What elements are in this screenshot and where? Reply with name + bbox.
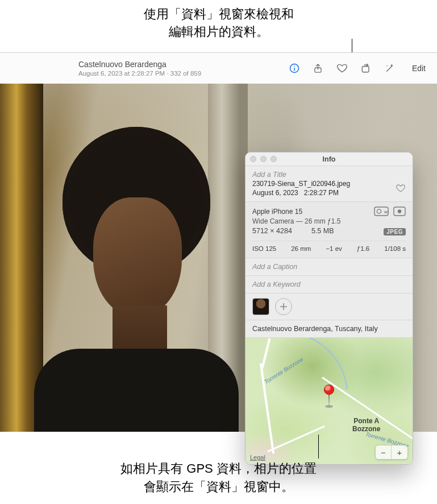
format-badge: JPEG xyxy=(384,228,406,236)
map-zoom-out-button[interactable]: − xyxy=(376,445,392,459)
svg-point-10 xyxy=(398,209,401,213)
svg-rect-4 xyxy=(362,67,369,72)
svg-text:WB: WB xyxy=(384,210,389,214)
info-date: August 6, 2023 xyxy=(252,189,298,197)
exif-aperture: ƒ1.6 xyxy=(357,245,369,252)
keyword-section: Add a Keyword xyxy=(245,276,413,294)
toolbar-subtitle: August 6, 2023 at 2:28:27 PM · 332 of 85… xyxy=(78,70,288,77)
photos-window: Castelnuovo Berardenga August 6, 2023 at… xyxy=(0,52,437,431)
exif-shutter: 1/108 s xyxy=(384,245,406,252)
minimize-dot[interactable] xyxy=(260,156,267,162)
annotation-bottom-leader xyxy=(318,435,319,458)
location-map[interactable]: Torrente Bozzone Torrente Bozzone Ponte … xyxy=(245,338,413,464)
keyword-field[interactable]: Add a Keyword xyxy=(252,280,406,288)
exif-row: ISO 125 26 mm −1 ev ƒ1.6 1/108 s xyxy=(252,241,406,252)
auto-enhance-icon[interactable] xyxy=(384,62,396,75)
exif-focal: 26 mm xyxy=(291,245,311,252)
window-traffic-lights[interactable] xyxy=(250,156,277,162)
info-panel: Info Add a Title 230719-Siena_ST_i020946… xyxy=(245,152,413,465)
faces-section xyxy=(245,294,413,320)
toolbar-location: Castelnuovo Berardenga xyxy=(78,60,288,69)
image-dimensions: 5712 × 4284 xyxy=(252,227,292,235)
info-time: 2:28:27 PM xyxy=(304,189,339,197)
camera-info-section: Apple iPhone 15 Wide Camera — 26 mm ƒ1.5… xyxy=(245,202,413,258)
location-text[interactable]: Castelnuovo Berardenga, Tuscany, Italy xyxy=(245,320,413,338)
favorite-heart-icon[interactable] xyxy=(396,183,406,193)
camera-lens: Wide Camera — 26 mm ƒ1.5 xyxy=(252,217,406,225)
map-zoom-in-button[interactable]: + xyxy=(392,445,407,459)
zoom-dot[interactable] xyxy=(270,156,277,162)
add-face-button[interactable] xyxy=(275,298,292,315)
camera-wb-icon: WB xyxy=(374,206,389,216)
svg-point-2 xyxy=(294,66,295,67)
toolbar-actions: Edit xyxy=(288,61,430,75)
toolbar-datetime: August 6, 2023 at 2:28:27 PM xyxy=(78,70,165,77)
image-filesize: 5.5 MB xyxy=(311,227,334,235)
map-pin-icon[interactable] xyxy=(324,385,334,408)
annotation-top-line1: 使用「資料」視窗來檢視和 xyxy=(0,6,437,23)
annotation-bottom-line1: 如相片具有 GPS 資料，相片的位置 xyxy=(120,461,317,476)
svg-point-7 xyxy=(377,209,381,213)
share-icon[interactable] xyxy=(312,62,324,75)
face-thumbnail[interactable] xyxy=(252,298,269,315)
annotation-bottom: 如相片具有 GPS 資料，相片的位置 會顯示在「資料」視窗中。 xyxy=(0,460,437,496)
exif-iso: ISO 125 xyxy=(252,245,276,252)
rotate-icon[interactable] xyxy=(360,62,372,75)
annotation-bottom-line2: 會顯示在「資料」視窗中。 xyxy=(144,480,294,494)
camera-meter-icon xyxy=(393,206,406,216)
caption-section: Add a Caption xyxy=(245,258,413,276)
close-dot[interactable] xyxy=(250,156,256,162)
toolbar-counter: 332 of 859 xyxy=(170,70,201,77)
svg-point-5 xyxy=(386,65,388,67)
caption-field[interactable]: Add a Caption xyxy=(252,263,406,271)
annotation-top-line2: 編輯相片的資料。 xyxy=(0,23,437,41)
edit-button[interactable]: Edit xyxy=(407,61,430,75)
datetime-row: August 6, 2023 2:28:27 PM xyxy=(252,189,406,197)
toolbar: Castelnuovo Berardenga August 6, 2023 at… xyxy=(0,53,437,84)
map-zoom-control: − + xyxy=(375,445,408,460)
annotation-top: 使用「資料」視窗來檢視和 編輯相片的資料。 xyxy=(0,6,437,41)
info-titlebar: Info xyxy=(245,152,413,166)
exif-ev: −1 ev xyxy=(326,245,342,252)
info-window-title: Info xyxy=(323,155,336,163)
info-title-section: Add a Title 230719-Siena_ST_i020946.jpeg… xyxy=(245,166,413,202)
filename-label: 230719-Siena_ST_i020946.jpeg xyxy=(252,180,406,188)
favorite-icon[interactable] xyxy=(336,62,348,75)
title-field[interactable]: Add a Title xyxy=(252,171,406,179)
info-icon[interactable] xyxy=(288,62,301,75)
map-place-label: Ponte A Bozzone xyxy=(352,418,380,433)
toolbar-meta: Castelnuovo Berardenga August 6, 2023 at… xyxy=(7,60,288,77)
